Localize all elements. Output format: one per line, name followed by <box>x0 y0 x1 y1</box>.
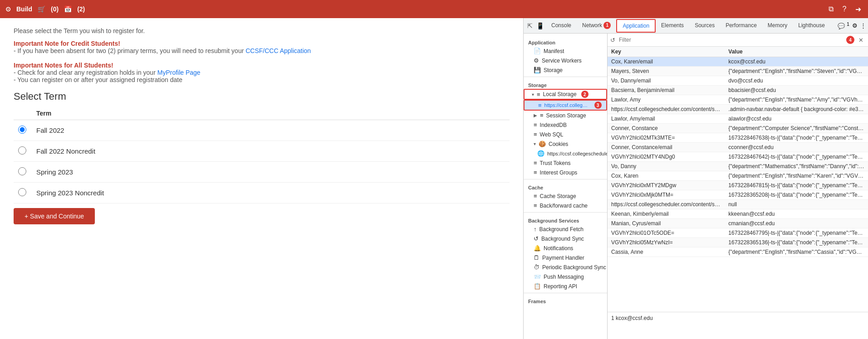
tab-elements[interactable]: Elements <box>656 19 689 32</box>
term-radio-fall2022[interactable] <box>18 126 26 134</box>
term-radio-spring2023nc[interactable] <box>18 188 26 196</box>
storage-value-cell: 1673228467795|-ts-|{"data":{"node":{"_ty… <box>725 228 868 238</box>
storage-table-row[interactable]: https://ccsf.collegescheduler.com/conten… <box>608 200 868 209</box>
storage-table-row[interactable]: Bacsierra, Benjamin/email bbacisier@ccsf… <box>608 86 868 95</box>
storage-table-row[interactable]: VGVhY2hlci01OTc5ODE= 1673228467795|-ts-|… <box>608 228 868 238</box>
ccsf-application-link[interactable]: CCSF/CCC Application <box>245 47 311 54</box>
sidebar-item-interest-groups[interactable]: ≡ Interest Groups <box>524 168 607 177</box>
sidebar-item-bg-fetch[interactable]: ↑ Background Fetch <box>524 224 607 234</box>
devtools-main-panel: ↺ 4 ✕ Key Value <box>608 34 868 339</box>
sidebar-item-periodic-bg-sync[interactable]: ⏱ Periodic Background Sync <box>524 262 607 272</box>
myprofile-link[interactable]: MyProfile Page <box>157 69 201 76</box>
sidebar-item-service-workers[interactable]: ⚙ Service Workers <box>524 56 607 65</box>
sidebar-item-cookies[interactable]: ▾ 🍪 Cookies <box>524 139 607 149</box>
external-link-icon[interactable]: ⧉ <box>826 5 835 14</box>
term-table-radio-header <box>14 107 32 120</box>
term-row: Fall 2022 <box>14 120 510 141</box>
term-label-spring2023nc: Spring 2023 Noncredit <box>32 183 510 203</box>
sidebar-label-web-sql: Web SQL <box>540 131 564 138</box>
note2-text: - You can register on or after your assi… <box>14 76 510 83</box>
storage-table-body: Cox, Karen/email kcox@ccsf.edu Mayers, S… <box>608 57 868 257</box>
sidebar-item-local-storage-ccsf[interactable]: ≡ https://ccsf.collegescheduler 3 <box>524 100 607 111</box>
sidebar-item-trust-tokens[interactable]: ≡ Trust Tokens <box>524 158 607 168</box>
storage-table-row[interactable]: https://ccsf.collegescheduler.com/conten… <box>608 105 868 114</box>
storage-table-row[interactable]: Cox, Karen/email kcox@ccsf.edu <box>608 57 868 67</box>
top-bar-right: ⧉ ? ➜ <box>826 5 863 14</box>
filter-badge-4[interactable]: 4 <box>846 36 854 44</box>
sidebar-label-cache-storage: Cache Storage <box>540 193 576 199</box>
storage-table-row[interactable]: Cox, Karen {"department":"English","firs… <box>608 171 868 181</box>
sidebar-item-local-storage[interactable]: ▾ ≡ Local Storage 2 <box>524 89 607 100</box>
tab-memory[interactable]: Memory <box>762 19 793 32</box>
storage-table-row[interactable]: Mayers, Steven {"department":"English","… <box>608 67 868 76</box>
storage-table-row[interactable]: Lawlor, Amy {"department":"English","fir… <box>608 95 868 105</box>
storage-table-row[interactable]: Lawlor, Amy/email alawlor@ccsf.edu <box>608 114 868 124</box>
forward-icon[interactable]: ➜ <box>853 5 863 14</box>
sidebar-item-cookies-ccsf[interactable]: 🌐 https://ccsf.collegescheduler <box>524 149 607 158</box>
sidebar-item-payment-handler[interactable]: 🗒 Payment Handler <box>524 253 607 262</box>
cart-icon-1: 🛒 <box>38 5 45 13</box>
clear-filter-button[interactable]: ✕ <box>856 35 865 44</box>
tab-console[interactable]: Console <box>546 19 577 32</box>
storage-key-cell: Lawlor, Amy/email <box>608 114 725 124</box>
feedback-icon[interactable]: 💬 1 <box>838 21 849 29</box>
term-table-term-header: Term <box>32 107 510 120</box>
tab-sources[interactable]: Sources <box>689 19 720 32</box>
sidebar-item-storage[interactable]: 💾 Storage <box>524 65 607 75</box>
storage-table-row[interactable]: Vo, Danny {"department":"Mathematics","f… <box>608 162 868 171</box>
sidebar-item-web-sql[interactable]: ≡ Web SQL <box>524 130 607 139</box>
storage-key-cell: Mayers, Steven <box>608 67 725 76</box>
term-radio-cell[interactable] <box>14 120 32 141</box>
sidebar-label-trust-tokens: Trust Tokens <box>540 160 571 166</box>
devtools-panel: ⇱ 📱 Console Network 1 Application Elemen… <box>523 18 868 339</box>
storage-table-row[interactable]: Vo, Danny/email dvo@ccsf.edu <box>608 76 868 86</box>
sidebar-item-cache-storage[interactable]: ≡ Cache Storage <box>524 191 607 201</box>
storage-table-row[interactable]: VGVhY2hlci0xMjk0MTM= 1673228365208|-ts-|… <box>608 190 868 200</box>
storage-table-row[interactable]: Conner, Constance/email cconner@ccsf.edu <box>608 143 868 152</box>
sidebar-item-push-messaging[interactable]: 📨 Push Messaging <box>524 272 607 281</box>
col-key: Key <box>608 47 725 57</box>
devtools-cursor-icon[interactable]: ⇱ <box>525 20 535 31</box>
more-icon[interactable]: ⋮ <box>860 22 866 29</box>
term-radio-cell[interactable] <box>14 141 32 162</box>
storage-table-row[interactable]: Cassia, Anne {"department":"English","fi… <box>608 247 868 257</box>
storage-table-row[interactable]: Manian, Cyrus/email cmanian@ccsf.edu <box>608 219 868 228</box>
term-radio-cell[interactable] <box>14 162 32 183</box>
filter-input[interactable] <box>617 36 844 44</box>
periodic-bg-sync-icon: ⏱ <box>534 264 539 271</box>
bg-sync-icon: ↺ <box>534 235 539 242</box>
storage-key-cell: https://ccsf.collegescheduler.com/conten… <box>608 200 725 209</box>
storage-table-row[interactable]: Keenan, Kimberly/email kkeenan@ccsf.edu <box>608 209 868 219</box>
tab-application[interactable]: Application <box>616 19 656 33</box>
devtools-mobile-icon[interactable]: 📱 <box>535 20 546 31</box>
term-label-fall2022nc: Fall 2022 Noncredit <box>32 141 510 162</box>
storage-table-row[interactable]: VGVhY2hlci02MTk3MTE= 1673228467638|-ts-|… <box>608 133 868 143</box>
sidebar-section-cache: Cache <box>524 181 607 191</box>
sidebar-label-bg-sync: Background Sync <box>541 236 584 242</box>
storage-table-row[interactable]: Conner, Constance {"department":"Compute… <box>608 124 868 133</box>
tab-lighthouse[interactable]: Lighthouse <box>793 19 830 32</box>
devtools-tab-icons: 💬 1 ⚙ ⋮ <box>838 21 866 29</box>
sidebar-item-session-storage[interactable]: ▶ ≡ Session Storage <box>524 111 607 120</box>
tab-network[interactable]: Network 1 <box>577 19 616 33</box>
term-radio-cell[interactable] <box>14 183 32 203</box>
storage-value-cell: bbacisier@ccsf.edu <box>725 86 868 95</box>
term-radio-fall2022nc[interactable] <box>18 146 26 155</box>
help-icon[interactable]: ? <box>840 5 849 14</box>
local-storage-expand: ▾ <box>532 92 534 97</box>
save-continue-button[interactable]: + Save and Continue <box>14 208 95 224</box>
settings-icon[interactable]: ⚙ <box>852 22 858 29</box>
refresh-icon[interactable]: ↺ <box>610 37 615 44</box>
term-radio-spring2023[interactable] <box>18 167 26 175</box>
sidebar-item-reporting-api[interactable]: 📋 Reporting API <box>524 281 607 291</box>
sidebar-item-manifest[interactable]: 📄 Manifest <box>524 46 607 56</box>
tab-performance[interactable]: Performance <box>720 19 762 32</box>
sidebar-item-notifications[interactable]: 🔔 Notifications <box>524 243 607 253</box>
sidebar-item-indexeddb[interactable]: ≡ IndexedDB <box>524 120 607 130</box>
sidebar-item-back-forward-cache[interactable]: ≡ Back/forward cache <box>524 201 607 210</box>
storage-table-row[interactable]: VGVhY2hlci05MzYwNzI= 1673228365136|-ts-|… <box>608 238 868 247</box>
storage-table-row[interactable]: VGVhY2hlci0xMTY2MDgw 1673228467815|-ts-|… <box>608 181 868 190</box>
sidebar-item-bg-sync[interactable]: ↺ Background Sync <box>524 234 607 243</box>
storage-table-row[interactable]: VGVhY2hlci02MTY4NDg0 1673228467642|-ts-|… <box>608 152 868 162</box>
storage-key-cell: VGVhY2hlci0xMTY2MDgw <box>608 181 725 190</box>
